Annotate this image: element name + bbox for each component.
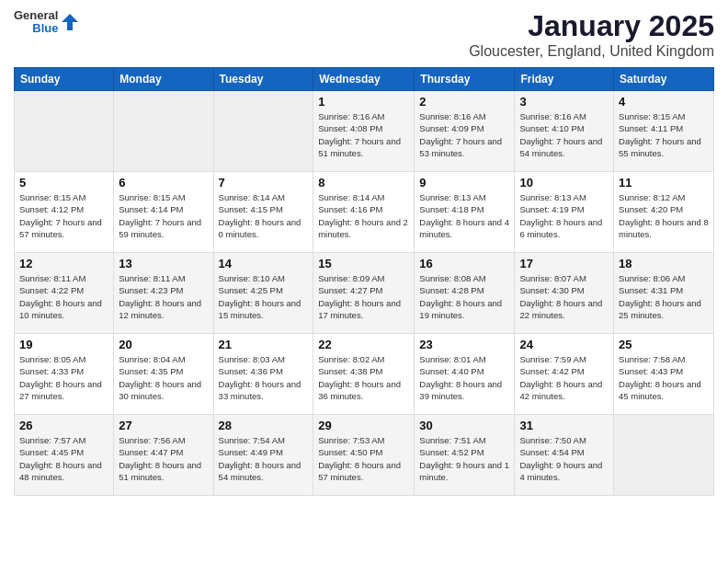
day-info: Sunrise: 8:07 AM Sunset: 4:30 PM Dayligh… <box>519 272 609 321</box>
table-row: 20Sunrise: 8:04 AM Sunset: 4:35 PM Dayli… <box>114 334 213 415</box>
day-number: 18 <box>619 257 709 270</box>
calendar-week-row: 1Sunrise: 8:16 AM Sunset: 4:08 PM Daylig… <box>15 91 714 172</box>
day-info: Sunrise: 7:51 AM Sunset: 4:52 PM Dayligh… <box>419 434 509 483</box>
day-number: 23 <box>419 338 509 351</box>
table-row: 9Sunrise: 8:13 AM Sunset: 4:18 PM Daylig… <box>415 172 515 253</box>
calendar-header-row: Sunday Monday Tuesday Wednesday Thursday… <box>15 68 714 91</box>
day-number: 25 <box>619 338 709 351</box>
table-row: 22Sunrise: 8:02 AM Sunset: 4:38 PM Dayli… <box>313 334 415 415</box>
table-row: 28Sunrise: 7:54 AM Sunset: 4:49 PM Dayli… <box>213 415 313 496</box>
day-number: 11 <box>619 176 709 190</box>
day-number: 8 <box>318 176 409 190</box>
month-title: January 2025 <box>469 9 714 43</box>
day-info: Sunrise: 8:04 AM Sunset: 4:35 PM Dayligh… <box>119 353 208 402</box>
day-info: Sunrise: 8:16 AM Sunset: 4:10 PM Dayligh… <box>519 110 609 159</box>
header: General Blue January 2025 Gloucester, En… <box>14 9 714 60</box>
day-info: Sunrise: 8:15 AM Sunset: 4:12 PM Dayligh… <box>19 191 108 240</box>
day-number: 12 <box>19 257 108 270</box>
table-row: 5Sunrise: 8:15 AM Sunset: 4:12 PM Daylig… <box>15 172 114 253</box>
day-info: Sunrise: 8:08 AM Sunset: 4:28 PM Dayligh… <box>419 272 509 321</box>
day-number: 16 <box>419 257 509 270</box>
table-row: 24Sunrise: 7:59 AM Sunset: 4:42 PM Dayli… <box>515 334 614 415</box>
day-number: 1 <box>318 95 409 109</box>
calendar-week-row: 12Sunrise: 8:11 AM Sunset: 4:22 PM Dayli… <box>15 253 714 334</box>
table-row: 23Sunrise: 8:01 AM Sunset: 4:40 PM Dayli… <box>415 334 515 415</box>
col-monday: Monday <box>114 68 213 91</box>
table-row: 11Sunrise: 8:12 AM Sunset: 4:20 PM Dayli… <box>614 172 714 253</box>
table-row: 31Sunrise: 7:50 AM Sunset: 4:54 PM Dayli… <box>515 415 614 496</box>
table-row: 15Sunrise: 8:09 AM Sunset: 4:27 PM Dayli… <box>313 253 415 334</box>
day-number: 21 <box>219 338 309 351</box>
table-row: 29Sunrise: 7:53 AM Sunset: 4:50 PM Dayli… <box>313 415 415 496</box>
table-row <box>114 91 213 172</box>
day-number: 15 <box>318 257 409 270</box>
day-info: Sunrise: 8:01 AM Sunset: 4:40 PM Dayligh… <box>419 353 509 402</box>
table-row: 17Sunrise: 8:07 AM Sunset: 4:30 PM Dayli… <box>515 253 614 334</box>
day-info: Sunrise: 8:05 AM Sunset: 4:33 PM Dayligh… <box>19 353 108 402</box>
logo-general: General <box>14 9 58 22</box>
table-row: 19Sunrise: 8:05 AM Sunset: 4:33 PM Dayli… <box>15 334 114 415</box>
col-sunday: Sunday <box>15 68 114 91</box>
col-wednesday: Wednesday <box>313 68 415 91</box>
day-info: Sunrise: 8:06 AM Sunset: 4:31 PM Dayligh… <box>619 272 709 321</box>
day-number: 27 <box>119 419 208 432</box>
day-info: Sunrise: 8:16 AM Sunset: 4:09 PM Dayligh… <box>419 110 509 159</box>
table-row: 6Sunrise: 8:15 AM Sunset: 4:14 PM Daylig… <box>114 172 213 253</box>
day-number: 31 <box>519 419 609 432</box>
day-number: 29 <box>318 419 409 432</box>
day-info: Sunrise: 8:14 AM Sunset: 4:15 PM Dayligh… <box>219 191 309 240</box>
day-number: 3 <box>519 95 609 109</box>
table-row: 1Sunrise: 8:16 AM Sunset: 4:08 PM Daylig… <box>313 91 415 172</box>
table-row: 13Sunrise: 8:11 AM Sunset: 4:23 PM Dayli… <box>114 253 213 334</box>
day-info: Sunrise: 8:11 AM Sunset: 4:22 PM Dayligh… <box>19 272 108 321</box>
day-number: 20 <box>119 338 208 351</box>
col-thursday: Thursday <box>415 68 515 91</box>
day-number: 28 <box>219 419 309 432</box>
day-info: Sunrise: 8:15 AM Sunset: 4:14 PM Dayligh… <box>119 191 208 240</box>
day-info: Sunrise: 7:59 AM Sunset: 4:42 PM Dayligh… <box>519 353 609 402</box>
day-info: Sunrise: 7:54 AM Sunset: 4:49 PM Dayligh… <box>219 434 309 483</box>
title-area: January 2025 Gloucester, England, United… <box>469 9 714 60</box>
day-info: Sunrise: 8:15 AM Sunset: 4:11 PM Dayligh… <box>619 110 709 159</box>
day-number: 10 <box>519 176 609 190</box>
table-row: 16Sunrise: 8:08 AM Sunset: 4:28 PM Dayli… <box>415 253 515 334</box>
table-row: 7Sunrise: 8:14 AM Sunset: 4:15 PM Daylig… <box>213 172 313 253</box>
table-row: 21Sunrise: 8:03 AM Sunset: 4:36 PM Dayli… <box>213 334 313 415</box>
location-title: Gloucester, England, United Kingdom <box>469 43 714 60</box>
day-info: Sunrise: 8:09 AM Sunset: 4:27 PM Dayligh… <box>318 272 409 321</box>
col-saturday: Saturday <box>614 68 714 91</box>
calendar: Sunday Monday Tuesday Wednesday Thursday… <box>14 67 714 496</box>
page-container: General Blue January 2025 Gloucester, En… <box>0 0 728 505</box>
table-row: 27Sunrise: 7:56 AM Sunset: 4:47 PM Dayli… <box>114 415 213 496</box>
day-info: Sunrise: 7:58 AM Sunset: 4:43 PM Dayligh… <box>619 353 709 402</box>
table-row: 12Sunrise: 8:11 AM Sunset: 4:22 PM Dayli… <box>15 253 114 334</box>
table-row: 8Sunrise: 8:14 AM Sunset: 4:16 PM Daylig… <box>313 172 415 253</box>
calendar-week-row: 5Sunrise: 8:15 AM Sunset: 4:12 PM Daylig… <box>15 172 714 253</box>
day-info: Sunrise: 7:56 AM Sunset: 4:47 PM Dayligh… <box>119 434 208 483</box>
day-info: Sunrise: 8:13 AM Sunset: 4:18 PM Dayligh… <box>419 191 509 240</box>
day-number: 5 <box>19 176 108 190</box>
day-info: Sunrise: 7:50 AM Sunset: 4:54 PM Dayligh… <box>519 434 609 483</box>
day-info: Sunrise: 8:12 AM Sunset: 4:20 PM Dayligh… <box>619 191 709 240</box>
calendar-week-row: 19Sunrise: 8:05 AM Sunset: 4:33 PM Dayli… <box>15 334 714 415</box>
table-row <box>213 91 313 172</box>
day-info: Sunrise: 7:57 AM Sunset: 4:45 PM Dayligh… <box>19 434 108 483</box>
table-row <box>15 91 114 172</box>
table-row: 30Sunrise: 7:51 AM Sunset: 4:52 PM Dayli… <box>415 415 515 496</box>
day-number: 22 <box>318 338 409 351</box>
day-number: 14 <box>219 257 309 270</box>
logo-icon <box>60 12 80 32</box>
day-number: 7 <box>219 176 309 190</box>
table-row: 3Sunrise: 8:16 AM Sunset: 4:10 PM Daylig… <box>515 91 614 172</box>
calendar-week-row: 26Sunrise: 7:57 AM Sunset: 4:45 PM Dayli… <box>15 415 714 496</box>
day-number: 4 <box>619 95 709 109</box>
day-info: Sunrise: 8:10 AM Sunset: 4:25 PM Dayligh… <box>219 272 309 321</box>
day-info: Sunrise: 8:13 AM Sunset: 4:19 PM Dayligh… <box>519 191 609 240</box>
table-row: 25Sunrise: 7:58 AM Sunset: 4:43 PM Dayli… <box>614 334 714 415</box>
table-row: 10Sunrise: 8:13 AM Sunset: 4:19 PM Dayli… <box>515 172 614 253</box>
day-number: 2 <box>419 95 509 109</box>
day-info: Sunrise: 8:03 AM Sunset: 4:36 PM Dayligh… <box>219 353 309 402</box>
day-number: 9 <box>419 176 509 190</box>
table-row: 2Sunrise: 8:16 AM Sunset: 4:09 PM Daylig… <box>415 91 515 172</box>
day-number: 17 <box>519 257 609 270</box>
